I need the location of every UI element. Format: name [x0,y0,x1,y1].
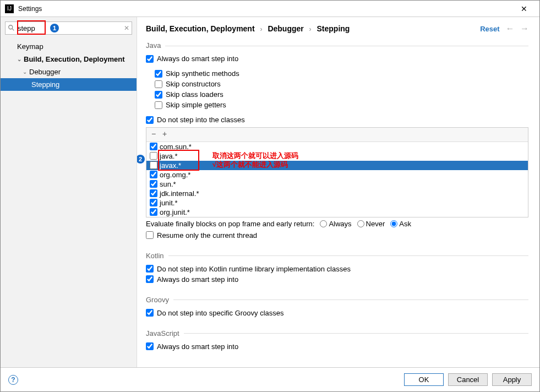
class-checkbox[interactable] [150,143,157,150]
classes-toolbar: − + [146,128,528,142]
class-pattern: org.junit.* [160,208,190,216]
chk-skip-getters[interactable]: Skip simple getters [155,100,528,110]
help-icon[interactable]: ? [8,375,18,385]
class-row[interactable]: com.sun.* [146,142,528,151]
tree-item-stepping[interactable]: Stepping [1,78,137,91]
classes-box: − + com.sun.*java.*javax.*org.omg.*sun.*… [146,127,528,217]
main-area: ✕ 1 Keymap ⌄Build, Execution, Deployment… [1,17,539,367]
class-checkbox[interactable] [150,171,157,178]
chk-js-smart[interactable]: Always do smart step into [146,341,528,352]
svg-point-0 [9,25,13,29]
class-pattern: sun.* [160,180,176,188]
ok-button[interactable]: OK [404,373,444,386]
class-row[interactable]: sun.* [146,179,528,189]
section-kotlin: Kotlin [146,252,164,260]
content-header: Build, Execution, Deployment › Debugger … [137,17,539,38]
tree-item-keymap[interactable]: Keymap [1,40,137,53]
annotation-box-1 [17,20,46,35]
chk-smart-step-java[interactable]: Always do smart step into [146,53,528,64]
settings-tree: Keymap ⌄Build, Execution, Deployment ⌄De… [1,39,137,92]
chk-kotlin-smart[interactable]: Always do smart step into [146,274,528,285]
eval-finally-label: Evaluate finally blocks on pop frame and… [146,220,314,228]
chevron-right-icon: › [309,25,312,33]
apply-button[interactable]: Apply [492,373,532,386]
radio-never[interactable]: Never [357,220,385,228]
chk-groovy-dontstep[interactable]: Do not step into specific Groovy classes [146,308,528,318]
class-row[interactable]: org.omg.* [146,170,528,179]
reset-link[interactable]: Reset [480,25,499,33]
radio-always[interactable]: Always [320,220,351,228]
class-pattern: jdk.internal.* [160,189,199,198]
back-icon[interactable]: ← [506,24,515,33]
class-pattern: java.* [160,152,178,160]
search-wrapper: ✕ 1 [1,17,137,39]
remove-icon[interactable]: − [150,129,157,140]
forward-icon[interactable]: → [520,24,529,33]
title-bar: IJ Settings ✕ [1,1,539,17]
svg-line-1 [12,29,14,31]
close-icon[interactable]: ✕ [513,4,535,13]
class-checkbox[interactable] [150,189,157,197]
class-pattern: javax.* [160,161,181,170]
content-pane: Build, Execution, Deployment › Debugger … [137,17,539,367]
classes-list[interactable]: com.sun.*java.*javax.*org.omg.*sun.*jdk.… [146,142,528,217]
app-icon: IJ [5,4,14,13]
annotation-badge-2: 2 [137,155,145,164]
class-checkbox[interactable] [150,208,157,216]
sidebar: ✕ 1 Keymap ⌄Build, Execution, Deployment… [1,17,137,367]
chk-skip-synthetic[interactable]: Skip synthetic methods [155,68,528,79]
expand-icon: ⌄ [23,69,28,75]
chk-kotlin-dontstep[interactable]: Do not step into Kotlin runtime library … [146,264,528,274]
tree-item-debugger[interactable]: ⌄Debugger [1,66,137,78]
add-icon[interactable]: + [161,129,168,140]
class-checkbox[interactable] [150,180,157,188]
chk-resume-thread[interactable]: Resume only the current thread [146,230,528,241]
breadcrumb: Build, Execution, Deployment › Debugger … [146,24,480,33]
section-java: Java [146,41,161,50]
class-row[interactable]: jdk.internal.* [146,189,528,198]
radio-ask[interactable]: Ask [390,220,411,228]
class-row[interactable]: javax.* [146,161,528,170]
chk-skip-class-loaders[interactable]: Skip class loaders [155,89,528,100]
annotation-badge-1: 1 [50,24,59,32]
window-title: Settings [18,5,513,13]
class-pattern: junit.* [160,199,178,207]
nav-arrows: ← → [504,24,531,34]
button-bar: ? OK Cancel Apply [1,367,539,391]
class-row[interactable]: org.junit.* [146,208,528,217]
class-row[interactable]: junit.* [146,198,528,208]
clear-search-icon[interactable]: ✕ [124,24,129,32]
chk-skip-constructors[interactable]: Skip constructors [155,79,528,89]
class-row[interactable]: java.* [146,151,528,161]
section-javascript: JavaScript [146,329,179,338]
chk-do-not-step-classes[interactable]: Do not step into the classes [146,115,528,125]
class-checkbox[interactable] [150,161,157,169]
breadcrumb-part[interactable]: Debugger [268,24,303,33]
expand-icon: ⌄ [17,56,23,62]
class-checkbox[interactable] [150,152,157,160]
class-pattern: com.sun.* [160,143,192,151]
tree-item-build-execution-deployment[interactable]: ⌄Build, Execution, Deployment [1,53,137,66]
settings-scroll[interactable]: Java Always do smart step into Skip synt… [137,38,539,367]
breadcrumb-part: Stepping [317,24,350,33]
search-icon [8,24,15,32]
eval-finally-row: Evaluate finally blocks on pop frame and… [146,217,528,230]
class-pattern: org.omg.* [160,171,190,179]
section-groovy: Groovy [146,296,169,304]
breadcrumb-part[interactable]: Build, Execution, Deployment [146,24,255,33]
cancel-button[interactable]: Cancel [448,373,488,386]
classes-wrapper: 2 − + com.sun.*java.*javax.*org.omg.*sun… [146,127,528,217]
class-checkbox[interactable] [150,199,157,206]
chevron-right-icon: › [260,25,262,33]
